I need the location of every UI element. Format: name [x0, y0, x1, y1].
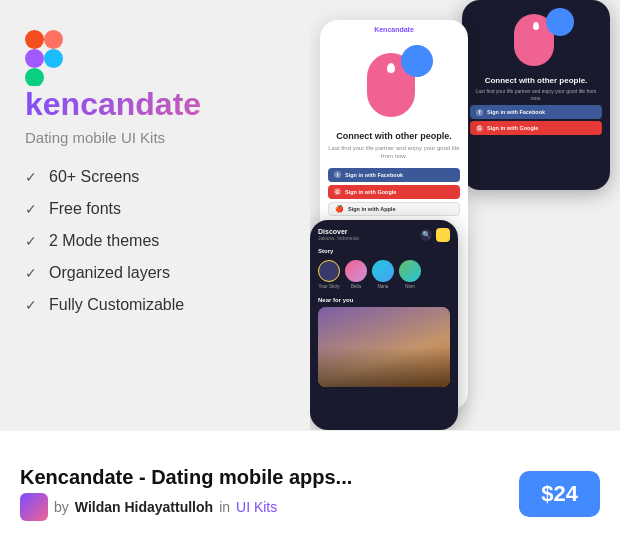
bottom-left: Kencandate - Dating mobile apps... by Wi… — [20, 466, 352, 521]
near-you-image — [318, 307, 450, 387]
phone-dark-bottom: Discover Jakarta, Indonesia 🔍 Story Your… — [310, 220, 458, 430]
near-you-title: Near for you — [318, 297, 450, 303]
svg-rect-2 — [25, 49, 44, 68]
checkmark-icon: ✓ — [25, 201, 37, 217]
author-line: by Wildan Hidayattulloh in UI Kits — [20, 493, 352, 521]
feature-item: ✓Organized layers — [25, 264, 285, 282]
price-badge[interactable]: $24 — [519, 471, 600, 517]
feature-list: ✓60+ Screens✓Free fonts✓2 Mode themes✓Or… — [25, 168, 285, 314]
story-bella[interactable]: Bella — [345, 260, 367, 289]
dark-connect-desc: Last find your life partner and enjoy yo… — [472, 88, 600, 101]
author-name: Wildan Hidayattulloh — [75, 499, 213, 515]
filter-button[interactable] — [436, 228, 450, 242]
dark-top-icons: 🔍 — [420, 228, 450, 242]
story-your[interactable]: Your Story — [318, 260, 340, 289]
light-google-button[interactable]: G Sign in with Google — [328, 185, 460, 199]
search-icon[interactable]: 🔍 — [420, 229, 432, 241]
author-avatar — [20, 493, 48, 521]
author-prefix: by — [54, 499, 69, 515]
svg-rect-3 — [25, 68, 44, 86]
product-title: Kencandate - Dating mobile apps... — [20, 466, 352, 489]
nana-label: Nana — [378, 284, 389, 289]
your-story-label: Your Story — [319, 284, 340, 289]
google-icon: G — [334, 188, 341, 195]
light-fb-button[interactable]: f Sign in with Facebook — [328, 168, 460, 182]
checkmark-icon: ✓ — [25, 169, 37, 185]
app-title: kencandate — [25, 86, 285, 123]
checkmark-icon: ✓ — [25, 265, 37, 281]
dark-google-button[interactable]: G Sign in with Google — [470, 121, 602, 135]
feature-item: ✓2 Mode themes — [25, 232, 285, 250]
app-subtitle: Dating mobile UI Kits — [25, 129, 285, 146]
bottom-bar: Kencandate - Dating mobile apps... by Wi… — [0, 430, 620, 556]
dark-connect-title: Connect with other people. — [472, 76, 600, 85]
category-link[interactable]: UI Kits — [236, 499, 277, 515]
nana-avatar — [372, 260, 394, 282]
checkmark-icon: ✓ — [25, 233, 37, 249]
author-suffix: in — [219, 499, 230, 515]
svg-rect-1 — [44, 30, 63, 49]
figma-icon — [25, 30, 63, 86]
apple-icon: 🍎 — [335, 205, 344, 213]
story-section-title: Story — [310, 246, 458, 256]
near-you-section: Near for you — [310, 293, 458, 391]
feature-item: ✓Free fonts — [25, 200, 285, 218]
dark-fb-button[interactable]: f Sign in with Facebook — [470, 105, 602, 119]
nom-avatar — [399, 260, 421, 282]
your-story-avatar — [318, 260, 340, 282]
discover-subtitle: Jakarta, Indonesia — [318, 235, 359, 241]
stories-row: Your Story Bella Nana Nom — [310, 256, 458, 293]
bella-label: Bella — [351, 284, 361, 289]
google-icon: G — [476, 125, 483, 132]
left-panel: kencandate Dating mobile UI Kits ✓60+ Sc… — [0, 0, 310, 430]
story-nana[interactable]: Nana — [372, 260, 394, 289]
checkmark-icon: ✓ — [25, 297, 37, 313]
discover-title: Discover — [318, 228, 359, 235]
facebook-icon: f — [334, 171, 341, 178]
svg-rect-0 — [25, 30, 44, 49]
light-connect-title: Connect with other people. — [328, 131, 460, 141]
feature-item: ✓60+ Screens — [25, 168, 285, 186]
nom-label: Nom — [405, 284, 415, 289]
phone-dark-top: Connect with other people. Last find you… — [462, 0, 610, 190]
screens-area: Connect with other people. Last find you… — [310, 0, 620, 430]
preview-area: kencandate Dating mobile UI Kits ✓60+ Sc… — [0, 0, 620, 430]
light-apple-button[interactable]: 🍎 Sign in with Apple — [328, 202, 460, 216]
svg-point-4 — [44, 49, 63, 68]
feature-item: ✓Fully Customizable — [25, 296, 285, 314]
facebook-icon: f — [476, 109, 483, 116]
light-connect-desc: Last find your life partner and enjoy yo… — [328, 144, 460, 161]
story-nom[interactable]: Nom — [399, 260, 421, 289]
light-phone-header: Kencandate — [320, 20, 468, 35]
bella-avatar — [345, 260, 367, 282]
